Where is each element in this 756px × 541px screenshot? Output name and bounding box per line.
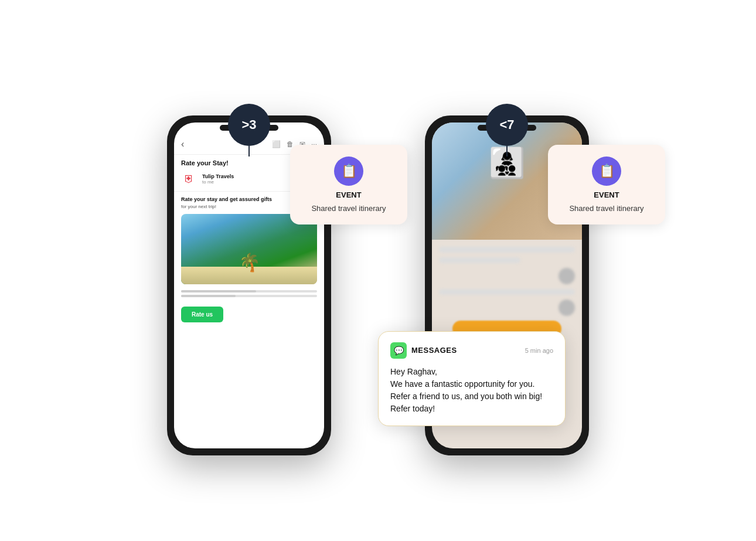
right-phone-section: <7 📋 EVENT <box>425 86 589 455</box>
share-icon: ⬜ <box>272 140 281 148</box>
rate-us-button[interactable]: Rate us <box>181 307 223 322</box>
progress-bar-1 <box>181 290 317 292</box>
messages-popup: 💬 MESSAGES 5 min ago Hey Raghav, We have… <box>378 331 566 426</box>
blur-circle <box>559 268 575 284</box>
right-event-icon-circle: 📋 <box>592 156 621 186</box>
progress-fill-2 <box>181 295 236 297</box>
right-event-label: EVENT <box>594 190 619 199</box>
event-icon-circle: 📋 <box>334 156 363 186</box>
right-badge: <7 <box>486 104 528 146</box>
sender-name: Tulip Travels <box>202 173 304 179</box>
messages-app-title: MESSAGES <box>411 346 457 355</box>
left-event-description: Shared travel itinerary <box>311 204 386 213</box>
tropical-beach-image <box>181 214 317 284</box>
messages-content: We have a fantastic opportunity for you.… <box>390 379 542 413</box>
blur-line-2 <box>439 257 520 263</box>
messages-body: Hey Raghav, We have a fantastic opportun… <box>390 366 553 415</box>
right-event-description: Shared travel itinerary <box>569 204 643 213</box>
right-event-popup: 📋 EVENT Shared travel itinerary <box>548 145 665 224</box>
back-arrow-icon: ‹ <box>181 139 184 149</box>
sender-info: Tulip Travels to me <box>202 173 304 185</box>
tulip-icon: ⛨ <box>184 173 195 185</box>
left-event-label: EVENT <box>336 190 361 199</box>
left-badge: >3 <box>228 104 270 146</box>
messages-greeting: Hey Raghav, <box>390 367 437 376</box>
sender-sub: to me <box>202 179 304 185</box>
blur-line-1 <box>439 247 575 253</box>
blur-line-3 <box>439 289 575 295</box>
progress-bar-2 <box>181 295 317 297</box>
right-document-icon: 📋 <box>599 164 615 179</box>
progress-fill-1 <box>181 290 256 292</box>
messages-app-icon: 💬 <box>390 342 407 359</box>
sender-logo: ⛨ <box>181 171 197 188</box>
messages-timestamp: 5 min ago <box>525 347 553 354</box>
messages-app-info: 💬 MESSAGES <box>390 342 457 359</box>
messages-header: 💬 MESSAGES 5 min ago <box>390 342 553 359</box>
blur-circle-2 <box>559 300 575 316</box>
left-phone-section: >3 ‹ ⬜ 🗑 ✉ ··· Rate your Stay! <box>167 86 331 455</box>
left-event-popup: 📋 EVENT Shared travel itinerary <box>290 145 407 224</box>
blurred-content-area <box>432 240 582 344</box>
document-icon: 📋 <box>341 164 357 179</box>
